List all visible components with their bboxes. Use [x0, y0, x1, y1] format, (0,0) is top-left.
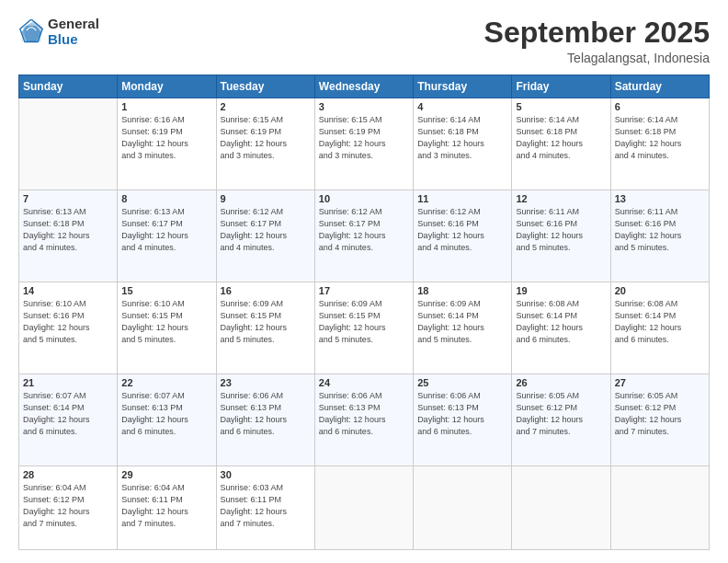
day-info: Sunrise: 6:10 AMSunset: 6:16 PMDaylight:… [23, 298, 113, 346]
day-info: Sunrise: 6:08 AMSunset: 6:14 PMDaylight:… [615, 298, 705, 346]
logo: General Blue [18, 17, 99, 47]
day-of-week-header: Friday [512, 75, 610, 98]
calendar-cell: 22Sunrise: 6:07 AMSunset: 6:13 PMDayligh… [118, 374, 216, 466]
day-number: 18 [417, 285, 507, 296]
calendar-cell: 24Sunrise: 6:06 AMSunset: 6:13 PMDayligh… [314, 374, 413, 466]
calendar-cell [512, 466, 610, 550]
calendar-cell: 11Sunrise: 6:12 AMSunset: 6:16 PMDayligh… [414, 190, 512, 282]
day-of-week-header: Sunday [19, 75, 118, 98]
day-info: Sunrise: 6:15 AMSunset: 6:19 PMDaylight:… [319, 114, 409, 162]
day-info: Sunrise: 6:05 AMSunset: 6:12 PMDaylight:… [615, 390, 705, 438]
day-number: 15 [121, 285, 211, 296]
day-info: Sunrise: 6:13 AMSunset: 6:17 PMDaylight:… [121, 206, 211, 254]
day-number: 7 [23, 193, 113, 204]
calendar-cell: 10Sunrise: 6:12 AMSunset: 6:17 PMDayligh… [314, 190, 413, 282]
calendar-week-row: 21Sunrise: 6:07 AMSunset: 6:14 PMDayligh… [19, 374, 710, 466]
calendar-week-row: 7Sunrise: 6:13 AMSunset: 6:18 PMDaylight… [19, 190, 710, 282]
day-number: 23 [221, 377, 311, 388]
day-info: Sunrise: 6:11 AMSunset: 6:16 PMDaylight:… [516, 206, 606, 254]
day-info: Sunrise: 6:15 AMSunset: 6:19 PMDaylight:… [221, 114, 311, 162]
day-of-week-header: Saturday [610, 75, 709, 98]
calendar-cell: 25Sunrise: 6:06 AMSunset: 6:13 PMDayligh… [414, 374, 512, 466]
calendar-cell: 3Sunrise: 6:15 AMSunset: 6:19 PMDaylight… [314, 98, 413, 190]
day-number: 10 [319, 193, 409, 204]
month-title: September 2025 [484, 17, 710, 49]
day-number: 29 [121, 469, 211, 480]
calendar-cell: 17Sunrise: 6:09 AMSunset: 6:15 PMDayligh… [314, 282, 413, 374]
day-info: Sunrise: 6:06 AMSunset: 6:13 PMDaylight:… [319, 390, 409, 438]
day-number: 1 [121, 101, 211, 112]
calendar-table: SundayMondayTuesdayWednesdayThursdayFrid… [18, 75, 710, 550]
page: General Blue September 2025 Telagalangsa… [0, 0, 728, 563]
day-number: 13 [615, 193, 705, 204]
day-number: 28 [23, 469, 113, 480]
day-of-week-header: Tuesday [216, 75, 314, 98]
calendar-cell: 8Sunrise: 6:13 AMSunset: 6:17 PMDaylight… [118, 190, 216, 282]
calendar-cell: 6Sunrise: 6:14 AMSunset: 6:18 PMDaylight… [610, 98, 709, 190]
calendar-week-row: 28Sunrise: 6:04 AMSunset: 6:12 PMDayligh… [19, 466, 710, 550]
calendar-week-row: 14Sunrise: 6:10 AMSunset: 6:16 PMDayligh… [19, 282, 710, 374]
calendar-cell [314, 466, 413, 550]
day-info: Sunrise: 6:06 AMSunset: 6:13 PMDaylight:… [221, 390, 311, 438]
title-block: September 2025 Telagalangsat, Indonesia [484, 17, 710, 65]
calendar-cell: 18Sunrise: 6:09 AMSunset: 6:14 PMDayligh… [414, 282, 512, 374]
calendar-cell: 23Sunrise: 6:06 AMSunset: 6:13 PMDayligh… [216, 374, 314, 466]
day-info: Sunrise: 6:14 AMSunset: 6:18 PMDaylight:… [615, 114, 705, 162]
day-number: 30 [221, 469, 311, 480]
day-info: Sunrise: 6:09 AMSunset: 6:14 PMDaylight:… [417, 298, 507, 346]
calendar-cell: 15Sunrise: 6:10 AMSunset: 6:15 PMDayligh… [118, 282, 216, 374]
logo-text: General Blue [48, 17, 99, 47]
calendar-cell: 19Sunrise: 6:08 AMSunset: 6:14 PMDayligh… [512, 282, 610, 374]
calendar-cell [19, 98, 118, 190]
day-number: 12 [516, 193, 606, 204]
day-number: 14 [23, 285, 113, 296]
day-number: 2 [221, 101, 311, 112]
day-number: 9 [221, 193, 311, 204]
day-number: 20 [615, 285, 705, 296]
day-number: 25 [417, 377, 507, 388]
day-info: Sunrise: 6:10 AMSunset: 6:15 PMDaylight:… [121, 298, 211, 346]
calendar-cell: 26Sunrise: 6:05 AMSunset: 6:12 PMDayligh… [512, 374, 610, 466]
day-info: Sunrise: 6:07 AMSunset: 6:13 PMDaylight:… [121, 390, 211, 438]
calendar-cell: 16Sunrise: 6:09 AMSunset: 6:15 PMDayligh… [216, 282, 314, 374]
day-info: Sunrise: 6:12 AMSunset: 6:17 PMDaylight:… [221, 206, 311, 254]
day-info: Sunrise: 6:07 AMSunset: 6:14 PMDaylight:… [23, 390, 113, 438]
day-info: Sunrise: 6:16 AMSunset: 6:19 PMDaylight:… [121, 114, 211, 162]
logo-icon [18, 19, 44, 45]
calendar-cell: 29Sunrise: 6:04 AMSunset: 6:11 PMDayligh… [118, 466, 216, 550]
calendar-cell [414, 466, 512, 550]
calendar-cell: 4Sunrise: 6:14 AMSunset: 6:18 PMDaylight… [414, 98, 512, 190]
calendar-cell: 28Sunrise: 6:04 AMSunset: 6:12 PMDayligh… [19, 466, 118, 550]
logo-blue-text: Blue [48, 32, 99, 48]
day-info: Sunrise: 6:04 AMSunset: 6:12 PMDaylight:… [23, 482, 113, 530]
calendar-cell: 13Sunrise: 6:11 AMSunset: 6:16 PMDayligh… [610, 190, 709, 282]
calendar-cell: 30Sunrise: 6:03 AMSunset: 6:11 PMDayligh… [216, 466, 314, 550]
day-info: Sunrise: 6:08 AMSunset: 6:14 PMDaylight:… [516, 298, 606, 346]
day-info: Sunrise: 6:09 AMSunset: 6:15 PMDaylight:… [221, 298, 311, 346]
day-info: Sunrise: 6:12 AMSunset: 6:17 PMDaylight:… [319, 206, 409, 254]
day-number: 17 [319, 285, 409, 296]
day-number: 3 [319, 101, 409, 112]
day-of-week-header: Thursday [414, 75, 512, 98]
day-number: 21 [23, 377, 113, 388]
calendar-cell: 20Sunrise: 6:08 AMSunset: 6:14 PMDayligh… [610, 282, 709, 374]
day-info: Sunrise: 6:11 AMSunset: 6:16 PMDaylight:… [615, 206, 705, 254]
calendar-cell: 21Sunrise: 6:07 AMSunset: 6:14 PMDayligh… [19, 374, 118, 466]
calendar-cell: 14Sunrise: 6:10 AMSunset: 6:16 PMDayligh… [19, 282, 118, 374]
calendar-cell: 5Sunrise: 6:14 AMSunset: 6:18 PMDaylight… [512, 98, 610, 190]
day-info: Sunrise: 6:05 AMSunset: 6:12 PMDaylight:… [516, 390, 606, 438]
header: General Blue September 2025 Telagalangsa… [18, 17, 710, 65]
calendar-cell: 2Sunrise: 6:15 AMSunset: 6:19 PMDaylight… [216, 98, 314, 190]
day-of-week-header: Wednesday [314, 75, 413, 98]
day-info: Sunrise: 6:03 AMSunset: 6:11 PMDaylight:… [221, 482, 311, 530]
calendar-cell: 12Sunrise: 6:11 AMSunset: 6:16 PMDayligh… [512, 190, 610, 282]
calendar-cell: 7Sunrise: 6:13 AMSunset: 6:18 PMDaylight… [19, 190, 118, 282]
calendar-week-row: 1Sunrise: 6:16 AMSunset: 6:19 PMDaylight… [19, 98, 710, 190]
day-number: 8 [121, 193, 211, 204]
day-info: Sunrise: 6:04 AMSunset: 6:11 PMDaylight:… [121, 482, 211, 530]
calendar-cell: 27Sunrise: 6:05 AMSunset: 6:12 PMDayligh… [610, 374, 709, 466]
day-info: Sunrise: 6:13 AMSunset: 6:18 PMDaylight:… [23, 206, 113, 254]
calendar-cell: 9Sunrise: 6:12 AMSunset: 6:17 PMDaylight… [216, 190, 314, 282]
day-number: 5 [516, 101, 606, 112]
day-number: 24 [319, 377, 409, 388]
